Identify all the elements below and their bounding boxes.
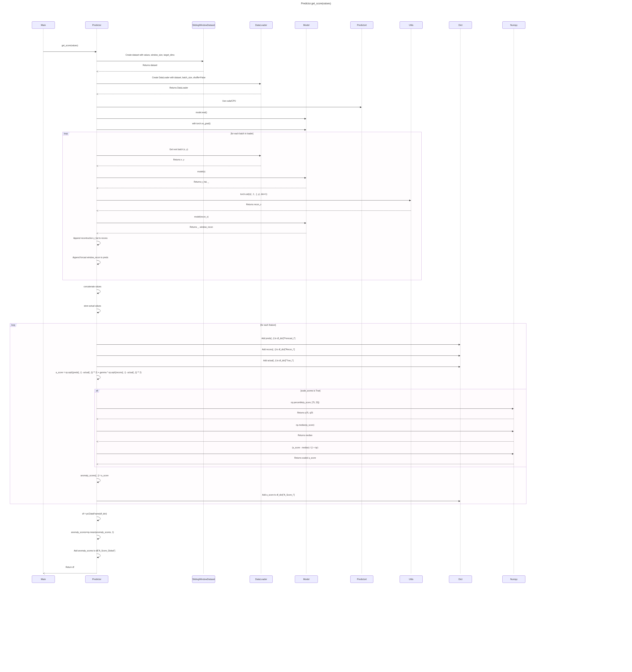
participant-box: Model [295, 575, 318, 583]
participant-box: Utils [400, 21, 423, 29]
participant-box: Dict [449, 575, 472, 583]
alt-frame: [scale_scores is True] [94, 389, 526, 467]
frame-condition: [for each feature] [10, 324, 526, 326]
self-message: df = pd.DataFrame(df_dict) [97, 516, 105, 522]
self-message: Add anomaly_scores to df["A_Score_Global… [97, 553, 105, 559]
message-arrow: with torch.no_grad() [97, 126, 306, 130]
message-label: model.eval() [97, 111, 306, 114]
participant-box: Main [32, 575, 55, 583]
message-arrow: Use cuda/CPU [97, 103, 361, 107]
message-arrow: Return df [43, 569, 97, 573]
participant-box: SlidingWindowDataset [192, 575, 215, 583]
participant-box: SlidingWindowDataset [192, 21, 215, 29]
message-arrow: get_score(values) [43, 48, 97, 52]
loop-frame: [for each batch in loader] [63, 132, 422, 280]
message-label: Use cuda/CPU [97, 100, 361, 102]
message-label: Add anomaly_scores to df["A_Score_Global… [55, 550, 134, 552]
self-message: store actual values [97, 308, 105, 314]
message-label: store actual values [72, 305, 113, 307]
message-label: get_score(values) [43, 44, 97, 47]
message-label: Create dataset with values, window_size,… [97, 54, 204, 56]
message-arrow: Returns DataLoader [97, 90, 261, 94]
message-arrow: Create DataLoader with dataset, batch_si… [97, 80, 261, 84]
participant-box: DataLoader [250, 575, 273, 583]
message-arrow: Create dataset with values, window_size,… [97, 57, 204, 61]
message-label: anomaly_scores=np.mean(anomaly_scores, 1… [55, 531, 130, 533]
sequence-canvas: MainPredictorSlidingWindowDatasetDataLoa… [0, 6, 538, 586]
message-arrow: model.eval() [97, 115, 306, 119]
message-label: df = pd.DataFrame(df_dict) [68, 513, 121, 515]
message-label: with torch.no_grad() [97, 122, 306, 125]
self-message: anomaly_scores=np.mean(anomaly_scores, 1… [97, 534, 105, 541]
participant-box: Utils [400, 575, 423, 583]
message-label: Returns dataset [97, 64, 204, 66]
diagram-title: Predictor.get_score(values) [0, 2, 632, 6]
participant-box: Numpy [502, 21, 525, 29]
self-message: concatenate values [97, 289, 105, 295]
participant-box: Model [295, 21, 318, 29]
participant-box: Predictort [350, 575, 373, 583]
message-arrow: Returns dataset [97, 67, 204, 71]
participant-box: DataLoader [250, 21, 273, 29]
participant-box: Main [32, 21, 55, 29]
participant-box: Numpy [502, 575, 525, 583]
participant-box: Predictor [85, 575, 108, 583]
frame-condition: [for each batch in loader] [63, 133, 421, 135]
participant-box: Predictort [350, 21, 373, 29]
message-label: concatenate values [72, 286, 113, 288]
frame-condition: [scale_scores is True] [95, 390, 526, 392]
message-label: Create DataLoader with dataset, batch_si… [97, 76, 261, 79]
participant-box: Predictor [85, 21, 108, 29]
message-label: Returns DataLoader [97, 87, 261, 89]
participant-box: Dict [449, 21, 472, 29]
message-label: Return df [43, 566, 97, 568]
